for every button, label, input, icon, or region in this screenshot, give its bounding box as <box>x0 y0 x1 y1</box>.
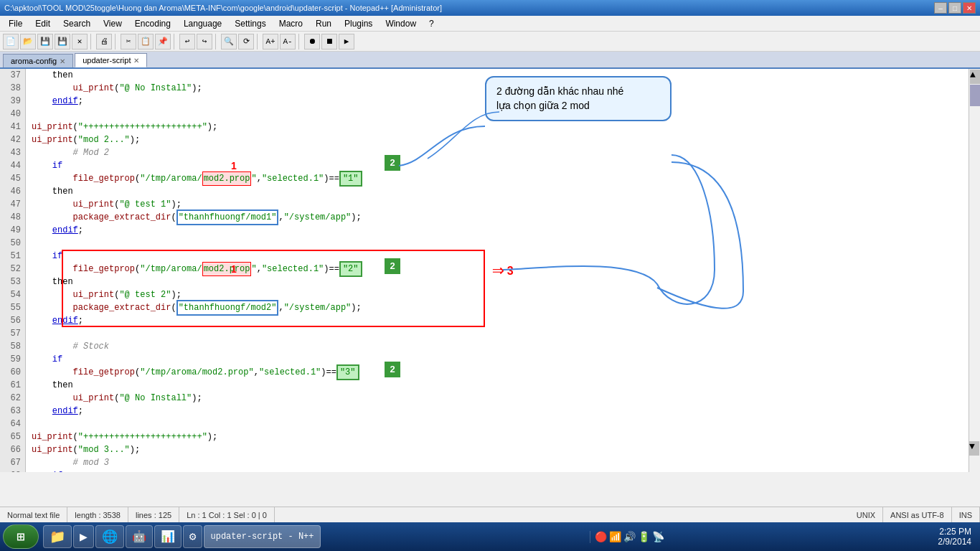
line-num-53: 53 <box>4 276 21 288</box>
editor-container: 37 38 39 40 41 42 43 44 45 46 47 48 49 5… <box>0 69 980 472</box>
code-line-49: endif; <box>32 224 963 237</box>
code-area[interactable]: then ui_print("@ No Install"); endif; ui… <box>26 69 969 472</box>
line-num-46: 46 <box>4 185 21 198</box>
code-line-55: package_extract_dir("thanhfhuongf/mod2",… <box>32 301 963 314</box>
tabbar: aroma-config ✕ updater-script ✕ <box>0 52 980 69</box>
menu-help[interactable]: ? <box>423 17 440 30</box>
print-button[interactable]: 🖨 <box>96 34 112 50</box>
line-num-43: 43 <box>4 146 21 159</box>
taskbar-notepad[interactable]: updater-script - N++ <box>204 525 320 548</box>
menu-view[interactable]: View <box>98 17 128 30</box>
titlebar-controls: – □ ✕ <box>934 2 976 14</box>
line-num-47: 47 <box>4 198 21 211</box>
menu-settings[interactable]: Settings <box>229 17 271 30</box>
status-lineending: UNIX <box>849 507 883 522</box>
menu-macro[interactable]: Macro <box>273 17 308 30</box>
line-num-62: 62 <box>4 392 21 405</box>
toolbar-sep-1 <box>90 34 93 50</box>
toolbar: 📄 📂 💾 💾 ✕ 🖨 ✂ 📋 📌 ↩ ↪ 🔍 ⟳ A+ A- ⏺ ⏹ ▶ <box>0 32 980 52</box>
code-line-43: # Mod 2 <box>32 146 963 159</box>
macro-stop-button[interactable]: ⏹ <box>321 34 337 50</box>
minimize-button[interactable]: – <box>934 2 947 14</box>
tab-aroma-config[interactable]: aroma-config ✕ <box>3 54 73 67</box>
replace-button[interactable]: ⟳ <box>238 34 254 50</box>
code-line-65: ui_print("+++++++++++++++++++++++"); <box>32 430 963 443</box>
menu-encoding[interactable]: Encoding <box>129 17 176 30</box>
macro-record-button[interactable]: ⏺ <box>304 34 320 50</box>
tab-updater-script-close[interactable]: ✕ <box>133 57 139 65</box>
code-line-41: ui_print("+++++++++++++++++++++++"); <box>32 121 963 133</box>
undo-button[interactable]: ↩ <box>179 34 195 50</box>
taskbar-media-player[interactable]: ▶ <box>73 525 94 548</box>
code-line-50 <box>32 237 963 250</box>
code-line-62: ui_print("@ No Install"); <box>32 392 963 405</box>
code-line-57 <box>32 327 963 340</box>
line-num-45: 45 <box>4 172 21 185</box>
line-num-49: 49 <box>4 224 21 237</box>
copy-button[interactable]: 📋 <box>138 34 154 50</box>
status-lines: lines : 125 <box>128 507 179 522</box>
tab-updater-script[interactable]: updater-script ✕ <box>75 53 147 67</box>
status-length: length : 3538 <box>67 507 128 522</box>
open-button[interactable]: 📂 <box>20 34 36 50</box>
taskbar-clock[interactable]: 2:25 PM 2/9/2014 <box>938 527 977 547</box>
menu-language[interactable]: Language <box>178 17 227 30</box>
vertical-scrollbar[interactable]: ▲ ▼ <box>969 69 980 472</box>
tab-aroma-config-close[interactable]: ✕ <box>60 57 65 65</box>
start-button[interactable]: ⊞ <box>3 524 39 549</box>
scroll-up-button[interactable]: ▲ <box>970 70 980 84</box>
redo-button[interactable]: ↪ <box>197 34 212 50</box>
line-num-61: 61 <box>4 379 21 392</box>
line-num-52: 52 <box>4 263 21 276</box>
close-button2[interactable]: ✕ <box>72 34 88 50</box>
line-num-56: 56 <box>4 314 21 327</box>
code-line-66: ui_print("mod 3..."); <box>32 443 963 456</box>
scroll-down-button[interactable]: ▼ <box>969 441 979 456</box>
code-line-37: then <box>32 69 963 82</box>
code-line-60: file_getprop("/tmp/aroma/mod2.prop","sel… <box>32 366 963 379</box>
tray-icon-battery: 🔋 <box>638 531 650 543</box>
code-line-42: ui_print("mod 2..."); <box>32 133 963 146</box>
line-num-50: 50 <box>4 237 21 250</box>
paste-button[interactable]: 📌 <box>155 34 171 50</box>
taskbar-explorer[interactable]: 📊 <box>154 525 182 548</box>
line-num-65: 65 <box>4 430 21 443</box>
menu-run[interactable]: Run <box>310 17 337 30</box>
line-num-51: 51 <box>4 250 21 263</box>
taskbar-file-manager[interactable]: 📁 <box>43 525 72 548</box>
menu-file[interactable]: File <box>3 17 28 30</box>
line-num-44: 44 <box>4 159 21 172</box>
macro-play-button[interactable]: ▶ <box>339 34 354 50</box>
menu-edit[interactable]: Edit <box>29 17 56 30</box>
zoom-out-button[interactable]: A- <box>280 34 296 50</box>
code-line-47: ui_print("@ test 1"); <box>32 198 963 211</box>
taskbar-time-display: 2:25 PM <box>938 527 971 537</box>
menu-search[interactable]: Search <box>57 17 96 30</box>
new-button[interactable]: 📄 <box>3 34 19 50</box>
menu-window[interactable]: Window <box>380 17 422 30</box>
tray-icon-3: 🔊 <box>623 531 636 543</box>
maximize-button[interactable]: □ <box>948 2 961 14</box>
scroll-thumb[interactable] <box>970 85 980 106</box>
taskbar-android[interactable]: 🤖 <box>126 525 153 548</box>
taskbar-misc[interactable]: ⚙ <box>183 525 203 548</box>
line-numbers: 37 38 39 40 41 42 43 44 45 46 47 48 49 5… <box>0 69 26 472</box>
taskbar-chrome[interactable]: 🌐 <box>95 525 124 548</box>
line-num-67: 67 <box>4 456 21 469</box>
menu-plugins[interactable]: Plugins <box>339 17 378 30</box>
toolbar-sep-3 <box>174 34 176 50</box>
cut-button[interactable]: ✂ <box>121 34 136 50</box>
find-button[interactable]: 🔍 <box>221 34 237 50</box>
line-num-66: 66 <box>4 443 21 456</box>
line-num-48: 48 <box>4 211 21 224</box>
code-line-54: ui_print("@ test 2"); <box>32 288 963 301</box>
code-line-38: ui_print("@ No Install"); <box>32 82 963 95</box>
save-button[interactable]: 💾 <box>37 34 53 50</box>
close-button[interactable]: ✕ <box>963 2 976 14</box>
status-filetype: Normal text file <box>0 507 67 522</box>
zoom-in-button[interactable]: A+ <box>263 34 278 50</box>
code-line-64 <box>32 418 963 430</box>
save-all-button[interactable]: 💾 <box>55 34 70 50</box>
line-num-39: 39 <box>4 95 21 108</box>
titlebar: C:\apktool\TOOL MOD\25toggle\Huong dan A… <box>0 0 980 16</box>
